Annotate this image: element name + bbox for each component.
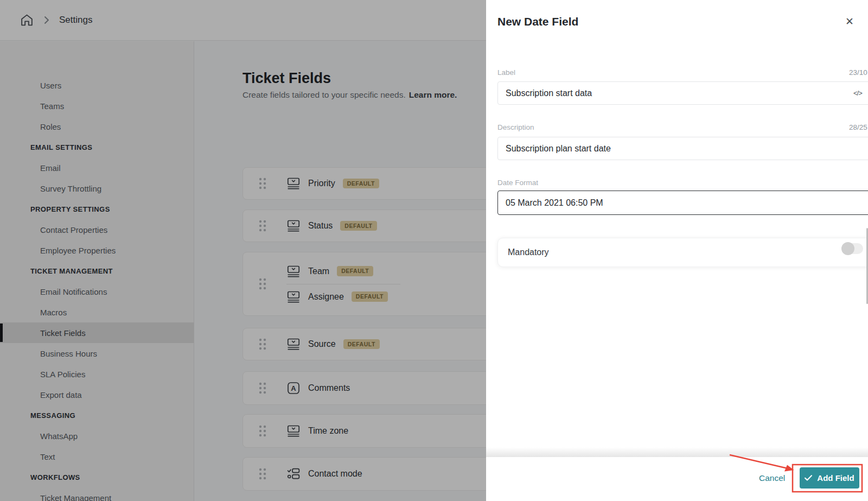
label-input[interactable]: [497, 81, 868, 105]
check-icon: [805, 475, 812, 481]
date-format-label: Date Format: [497, 179, 538, 187]
mandatory-row: Mandatory: [497, 238, 868, 267]
description-field-label: Description: [497, 123, 534, 131]
add-field-button[interactable]: Add Field: [800, 467, 859, 489]
date-format-select[interactable]: 05 March 2021 06:50 PM: [497, 191, 868, 215]
code-icon[interactable]: </>: [853, 89, 862, 97]
drawer-title: New Date Field: [497, 15, 578, 28]
mandatory-label: Mandatory: [508, 248, 549, 257]
close-icon[interactable]: ✕: [843, 15, 856, 28]
new-date-field-drawer: New Date Field ✕ Label 23/10 </> Descrip…: [486, 0, 868, 501]
toggle-knob: [841, 242, 854, 255]
footer-divider: [486, 447, 868, 457]
description-input[interactable]: [497, 137, 868, 160]
drawer-footer: Cancel Add Field: [486, 457, 868, 501]
description-char-counter: 28/25: [849, 123, 867, 131]
label-field-label: Label: [497, 68, 515, 77]
add-field-label: Add Field: [817, 473, 854, 483]
modal-backdrop[interactable]: [0, 0, 486, 501]
mandatory-toggle[interactable]: [843, 243, 863, 254]
date-format-value: 05 March 2021 06:50 PM: [506, 198, 603, 208]
label-char-counter: 23/10: [849, 68, 867, 77]
cancel-button[interactable]: Cancel: [759, 473, 785, 483]
